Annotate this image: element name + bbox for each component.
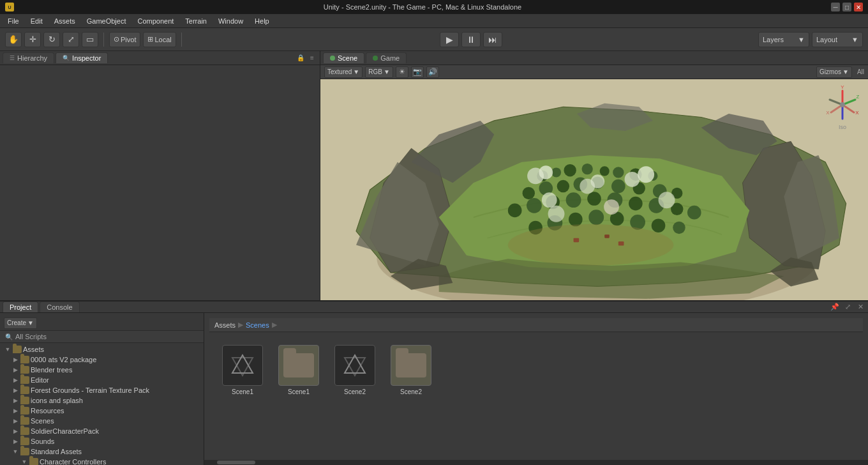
svg-point-38 bbox=[673, 222, 685, 234]
textured-dropdown[interactable]: Textured ▼ bbox=[324, 66, 363, 78]
pivot-button[interactable]: ⊙ Pivot bbox=[109, 32, 140, 47]
rgb-dropdown[interactable]: RGB ▼ bbox=[365, 66, 393, 78]
rotate-tool-button[interactable]: ↻ bbox=[43, 32, 60, 47]
folder-shape-scene1 bbox=[283, 353, 314, 377]
menu-window[interactable]: Window bbox=[213, 16, 248, 26]
step-button[interactable]: ⏭ bbox=[483, 32, 502, 47]
menu-terrain[interactable]: Terrain bbox=[180, 16, 212, 26]
svg-point-37 bbox=[652, 218, 666, 232]
menu-help[interactable]: Help bbox=[250, 16, 274, 26]
breadcrumb-scenes[interactable]: Scenes bbox=[246, 321, 269, 329]
play-button[interactable]: ▶ bbox=[440, 32, 459, 47]
create-button[interactable]: Create ▼ bbox=[4, 317, 37, 329]
svg-point-41 bbox=[625, 172, 640, 187]
textured-chevron-icon: ▼ bbox=[353, 68, 359, 75]
separator-2 bbox=[181, 33, 182, 47]
tab-hierarchy[interactable]: ☰ Hierarchy bbox=[3, 52, 54, 63]
main-layout: ☰ Hierarchy 🔍 Inspector 🔒 ≡ Scene Game bbox=[0, 51, 868, 300]
audio-button[interactable]: 🔊 bbox=[426, 66, 439, 78]
scene1b-label: Scene1 bbox=[288, 388, 310, 395]
menu-gameobject[interactable]: GameObject bbox=[82, 16, 131, 26]
tree-item-scenes[interactable]: ▶ Scenes bbox=[0, 416, 204, 426]
maximize-panel-button[interactable]: ⤢ bbox=[842, 302, 853, 312]
scale-tool-button[interactable]: ⤢ bbox=[63, 32, 79, 47]
tab-game[interactable]: Game bbox=[366, 52, 407, 63]
panel-actions: 🔒 ≡ bbox=[296, 53, 317, 63]
close-button[interactable]: ✕ bbox=[854, 3, 863, 11]
tab-project[interactable]: Project bbox=[3, 301, 38, 312]
tab-scene[interactable]: Scene bbox=[323, 52, 364, 63]
layout-dropdown[interactable]: Layout ▼ bbox=[812, 32, 863, 47]
tree-item-blender-trees[interactable]: ▶ Blender trees bbox=[0, 365, 204, 375]
pin-button[interactable]: 📌 bbox=[830, 302, 840, 312]
tree-item-sounds[interactable]: ▶ Sounds bbox=[0, 436, 204, 446]
move-tool-button[interactable]: ✛ bbox=[24, 32, 41, 47]
scene1-unity-icon bbox=[222, 345, 263, 386]
title-bar: U Unity - Scene2.unity - The Game - PC, … bbox=[0, 0, 868, 14]
menu-assets[interactable]: Assets bbox=[49, 16, 80, 26]
local-icon: ⊞ bbox=[147, 35, 153, 43]
svg-point-6 bbox=[564, 164, 576, 176]
play-controls: ▶ ⏸ ⏭ bbox=[187, 32, 756, 47]
window-controls: ─ □ ✕ bbox=[831, 3, 863, 11]
pause-button[interactable]: ⏸ bbox=[461, 32, 481, 47]
project-toolbar: Create ▼ bbox=[0, 316, 204, 331]
menu-file[interactable]: File bbox=[3, 16, 24, 26]
local-button[interactable]: ⊞ Local bbox=[143, 32, 176, 47]
menu-component[interactable]: Component bbox=[132, 16, 179, 26]
create-chevron-icon: ▼ bbox=[27, 319, 34, 326]
resources-folder-icon bbox=[20, 407, 29, 415]
svg-point-44 bbox=[591, 174, 605, 188]
svg-point-47 bbox=[659, 192, 675, 208]
tree-item-character-controllers[interactable]: ▼ Character Controllers bbox=[0, 457, 204, 465]
bottom-content: Create ▼ 🔍 All Scripts ▼ Assets ▶ bbox=[0, 313, 868, 465]
close-panel-button[interactable]: ✕ bbox=[855, 302, 865, 312]
tree-item-resources[interactable]: ▶ Resources bbox=[0, 406, 204, 416]
scene-file-scene1-folder[interactable]: Scene1 bbox=[276, 342, 322, 398]
svg-text:Iso: Iso bbox=[839, 124, 846, 130]
tab-console[interactable]: Console bbox=[40, 301, 79, 312]
horizontal-scrollbar[interactable] bbox=[204, 460, 868, 465]
sun-button[interactable]: ☀ bbox=[396, 66, 408, 78]
breadcrumb-assets[interactable]: Assets bbox=[214, 321, 236, 329]
scene-file-scene1-unity[interactable]: Scene1 bbox=[220, 342, 266, 398]
tree-item-editor[interactable]: ▶ Editor bbox=[0, 375, 204, 385]
tree-item-forest-grounds[interactable]: ▶ Forest Grounds - Terrain Texture Pack bbox=[0, 385, 204, 395]
tree-item-standard-assets[interactable]: ▼ Standard Assets bbox=[0, 446, 204, 457]
tree-item-assets[interactable]: ▼ Assets bbox=[0, 344, 204, 354]
panel-tabs: ☰ Hierarchy 🔍 Inspector 🔒 ≡ bbox=[0, 51, 320, 65]
svg-text:Y: Y bbox=[841, 86, 844, 90]
layers-chevron-icon: ▼ bbox=[798, 36, 805, 43]
panel-menu-button[interactable]: ≡ bbox=[307, 53, 317, 63]
hand-tool-button[interactable]: ✋ bbox=[5, 32, 22, 47]
menu-edit[interactable]: Edit bbox=[26, 16, 48, 26]
svg-text:U: U bbox=[8, 5, 11, 10]
gizmos-dropdown[interactable]: Gizmos ▼ bbox=[816, 66, 852, 78]
scene-file-scene2-unity[interactable]: Scene2 bbox=[332, 342, 378, 398]
0000ats-folder-icon bbox=[20, 356, 29, 363]
panel-lock-button[interactable]: 🔒 bbox=[296, 53, 306, 63]
scene-file-scene2-folder[interactable]: Scene2 bbox=[388, 342, 434, 398]
svg-point-5 bbox=[551, 167, 561, 177]
assets-breadcrumb: Assets ▶ Scenes ▶ bbox=[209, 318, 863, 332]
svg-point-9 bbox=[613, 167, 624, 178]
editor-toggle-icon: ▶ bbox=[11, 376, 19, 384]
scene-viewport[interactable]: Iso Y X X Z bbox=[320, 79, 868, 300]
svg-point-48 bbox=[542, 192, 557, 208]
svg-point-40 bbox=[539, 165, 553, 179]
rect-tool-button[interactable]: ▭ bbox=[82, 32, 98, 47]
layout-chevron-icon: ▼ bbox=[851, 36, 858, 43]
camera-button[interactable]: 📷 bbox=[411, 66, 424, 78]
sounds-toggle-icon: ▶ bbox=[11, 438, 19, 445]
tree-item-icons-splash[interactable]: ▶ icons and splash bbox=[0, 395, 204, 406]
svg-point-27 bbox=[629, 197, 643, 211]
layers-dropdown[interactable]: Layers ▼ bbox=[758, 32, 809, 47]
pivot-icon: ⊙ bbox=[114, 35, 119, 43]
maximize-button[interactable]: □ bbox=[842, 3, 851, 11]
rgb-chevron-icon: ▼ bbox=[384, 68, 390, 75]
tree-item-0000ats[interactable]: ▶ 0000 ats V2 package bbox=[0, 354, 204, 365]
minimize-button[interactable]: ─ bbox=[831, 3, 840, 11]
tree-item-soldier-pack[interactable]: ▶ SoldierCharacterPack bbox=[0, 426, 204, 436]
tab-inspector[interactable]: 🔍 Inspector bbox=[56, 52, 108, 63]
hscroll-thumb[interactable] bbox=[217, 461, 255, 464]
